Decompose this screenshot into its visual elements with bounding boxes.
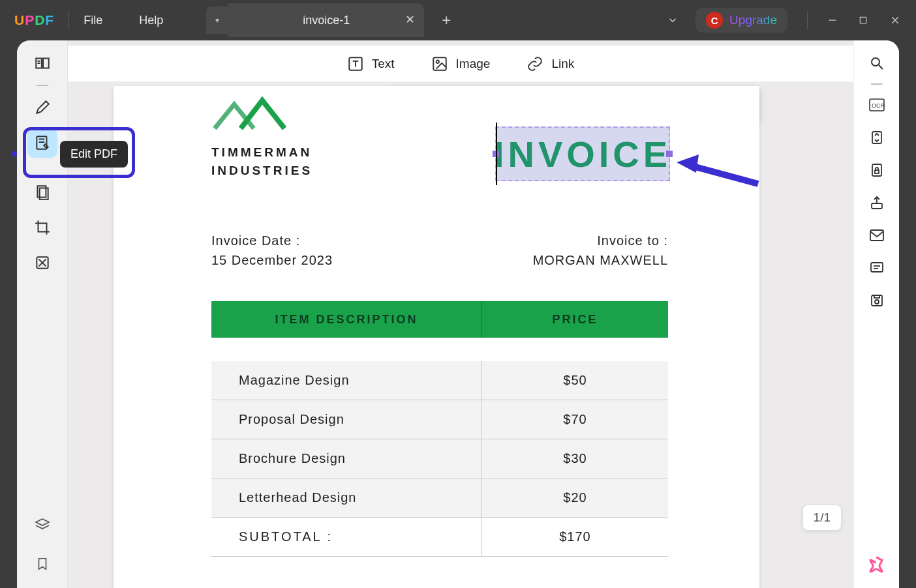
svg-rect-28: [870, 230, 883, 241]
price-cell: $50: [482, 361, 668, 400]
svg-text:OCR: OCR: [872, 102, 885, 109]
reader-tool[interactable]: [27, 48, 57, 78]
svg-marker-12: [36, 519, 49, 525]
item-cell: Magazine Design: [211, 361, 482, 400]
svg-rect-29: [871, 263, 883, 272]
watermark-tool[interactable]: [27, 248, 57, 278]
divider: [69, 11, 69, 29]
pdf-page[interactable]: TIMMERMAN INDUSTRIES INVOICE Invoice Dat…: [114, 86, 759, 588]
item-cell: Letterhead Design: [211, 478, 482, 517]
add-link-button[interactable]: Link: [527, 55, 574, 72]
arrow-annotation: [677, 154, 761, 194]
tab-title: invoice-1: [303, 14, 350, 27]
window-maximize-icon[interactable]: [859, 16, 873, 25]
save-icon[interactable]: [863, 287, 891, 314]
search-icon[interactable]: [863, 50, 891, 77]
text-label: Text: [372, 57, 395, 71]
col-item: ITEM DESCRIPTION: [211, 301, 482, 338]
window-close-icon[interactable]: [890, 15, 904, 25]
price-cell: $20: [482, 478, 668, 517]
table-header: ITEM DESCRIPTION PRICE: [211, 301, 668, 338]
bookmark-icon[interactable]: [27, 549, 57, 579]
invoice-table: ITEM DESCRIPTION PRICE Magazine Design $…: [211, 301, 668, 557]
svg-rect-14: [433, 57, 446, 70]
upgrade-label: Upgrade: [729, 13, 777, 27]
invoice-date: Invoice Date : 15 December 2023: [211, 231, 333, 270]
tooltip: Edit PDF: [60, 141, 128, 168]
annotate-icon[interactable]: [863, 254, 891, 282]
tab-close-icon[interactable]: ✕: [405, 12, 415, 27]
document-tab[interactable]: invoice-1 ✕: [228, 3, 424, 37]
titlebar: UPDF File Help ▾ invoice-1 ✕ + C Upgrade: [0, 0, 916, 40]
separator: [37, 85, 48, 86]
svg-point-33: [875, 300, 879, 304]
divider: [807, 11, 808, 29]
svg-marker-19: [677, 154, 699, 173]
invoice-title: INVOICE: [494, 133, 671, 175]
svg-rect-1: [860, 17, 866, 23]
col-price: PRICE: [482, 301, 668, 338]
subtotal-label: SUBTOTAL :: [211, 518, 482, 556]
canvas-area: Text Image Link 68.44 ▼ ArialNarrow-Bold…: [68, 40, 853, 588]
item-cell: Brochure Design: [211, 439, 482, 478]
page-indicator[interactable]: 1/1: [802, 505, 842, 531]
price-cell: $30: [482, 439, 668, 478]
svg-rect-26: [875, 170, 879, 173]
image-label: Image: [456, 57, 491, 71]
ai-assistant-icon[interactable]: [865, 554, 887, 576]
new-tab-button[interactable]: +: [433, 7, 459, 33]
invoice-to: Invoice to : MORGAN MAXWELL: [533, 231, 668, 270]
layers-icon[interactable]: [27, 510, 57, 540]
menu-help[interactable]: Help: [139, 14, 163, 27]
right-toolbar: OCR: [853, 40, 899, 588]
left-toolbar: [17, 40, 68, 588]
app-logo: UPDF: [14, 12, 54, 28]
upgrade-button[interactable]: C Upgrade: [695, 8, 787, 33]
price-cell: $70: [482, 400, 668, 439]
subtotal-value: $170: [482, 518, 668, 556]
separator: [871, 83, 883, 85]
edit-pdf-tool[interactable]: [27, 128, 57, 158]
email-icon[interactable]: [863, 222, 891, 249]
table-row: Letterhead Design $20: [211, 478, 668, 518]
svg-line-21: [879, 65, 883, 69]
convert-icon[interactable]: [863, 124, 891, 151]
table-row: Magazine Design $50: [211, 361, 668, 400]
table-row: Brochure Design $30: [211, 439, 668, 478]
item-cell: Proposal Design: [211, 400, 482, 439]
page-tools[interactable]: [27, 177, 57, 207]
protect-icon[interactable]: [863, 156, 891, 184]
table-row: Proposal Design $70: [211, 400, 668, 439]
tab-list-dropdown[interactable]: ▾: [206, 7, 228, 34]
ocr-icon[interactable]: OCR: [863, 91, 891, 119]
edit-toolbar: Text Image Link: [68, 46, 853, 82]
window-minimize-icon[interactable]: [827, 15, 842, 25]
workspace: Text Image Link 68.44 ▼ ArialNarrow-Bold…: [17, 40, 899, 588]
crop-tool[interactable]: [27, 213, 57, 243]
add-image-button[interactable]: Image: [431, 55, 491, 72]
company-logo: [211, 93, 303, 138]
subtotal-row: SUBTOTAL : $170: [211, 518, 668, 557]
link-label: Link: [551, 57, 574, 71]
svg-rect-27: [872, 203, 882, 209]
annotation-dot: [12, 151, 17, 156]
svg-point-15: [436, 60, 438, 63]
recent-dropdown-icon[interactable]: [667, 14, 679, 26]
company-name: TIMMERMAN INDUSTRIES: [211, 143, 313, 179]
user-avatar: C: [706, 12, 723, 29]
add-text-button[interactable]: Text: [347, 55, 395, 72]
text-cursor: [496, 123, 497, 185]
share-icon[interactable]: [863, 189, 891, 216]
svg-point-20: [872, 58, 879, 66]
menu-file[interactable]: File: [84, 14, 102, 27]
text-selection[interactable]: INVOICE: [495, 126, 670, 181]
svg-rect-34: [874, 295, 879, 298]
comment-tool[interactable]: [27, 93, 57, 123]
